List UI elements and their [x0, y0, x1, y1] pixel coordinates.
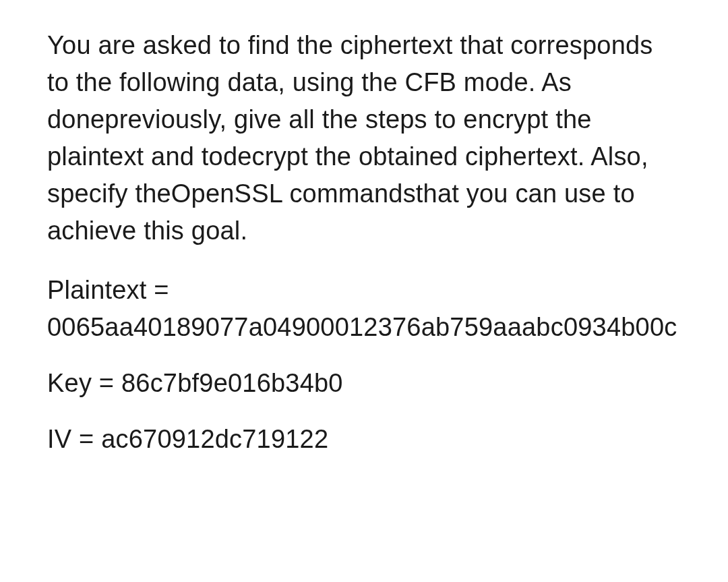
iv-value: ac670912dc719122 [101, 425, 328, 453]
key-label: Key = [47, 369, 121, 397]
key-value: 86c7bf9e016b34b0 [121, 369, 343, 397]
plaintext-block: Plaintext = 0065aa40189077a04900012376ab… [47, 272, 681, 346]
plaintext-value: 0065aa40189077a04900012376ab759aaabc0934… [47, 313, 677, 341]
iv-block: IV = ac670912dc719122 [47, 421, 681, 458]
question-prompt: You are asked to find the ciphertext tha… [47, 27, 681, 250]
plaintext-label: Plaintext = [47, 276, 169, 304]
iv-label: IV = [47, 425, 101, 453]
key-block: Key = 86c7bf9e016b34b0 [47, 365, 681, 402]
